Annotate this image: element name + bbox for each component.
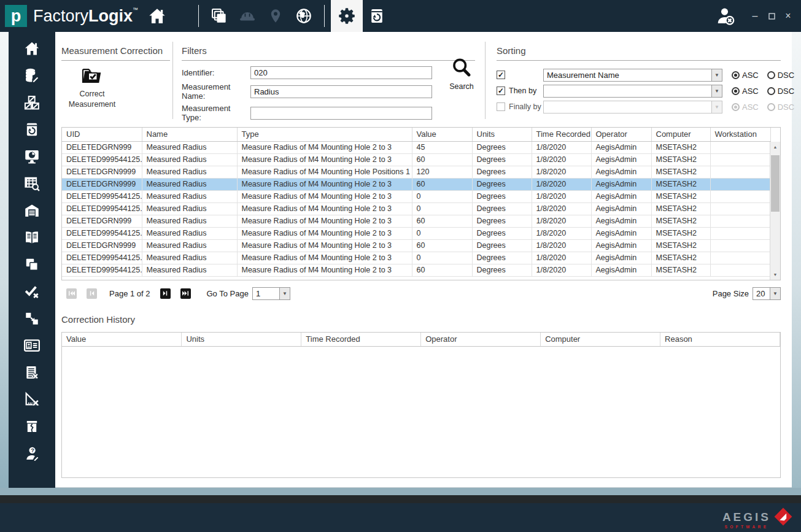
app-window: p FactoryLogix™ – <box>0 0 801 532</box>
table-cell <box>710 202 770 215</box>
first-page-button[interactable] <box>66 288 77 299</box>
table-row[interactable]: DELETEDGRN999Measured RadiusMeasure Radi… <box>62 215 770 227</box>
table-cell: AegisAdmin <box>591 190 651 202</box>
location-pin-icon[interactable] <box>261 0 290 32</box>
measurement-type-input[interactable] <box>250 107 432 120</box>
column-header[interactable]: Time Recorded <box>532 128 591 141</box>
column-header[interactable]: Workstation <box>710 128 770 141</box>
sort-field-dropdown[interactable]: Measurement Name▼ <box>543 69 722 82</box>
sidebar-user-question-icon[interactable]: ? <box>23 444 41 462</box>
column-header[interactable]: Value <box>62 333 182 346</box>
sidebar-verify-reject-icon[interactable] <box>23 282 41 300</box>
sidebar-transfer-icon[interactable] <box>23 309 41 327</box>
column-header[interactable]: Type <box>237 128 412 141</box>
sidebar-table-search-icon[interactable] <box>23 174 41 192</box>
search-button[interactable]: Search <box>444 56 479 91</box>
go-to-page-dropdown[interactable]: 1▼ <box>252 287 290 300</box>
sidebar-measurement-correction-icon[interactable] <box>23 390 41 408</box>
table-row[interactable]: DELETED999544125...Measured RadiusMeasur… <box>62 190 770 202</box>
page-size-label: Page Size <box>713 289 749 298</box>
sort-checkbox[interactable]: ✓ <box>497 71 505 79</box>
scrollbar-thumb[interactable] <box>771 155 780 212</box>
close-button[interactable]: × <box>781 7 795 25</box>
table-row[interactable]: DELETED999544125...Measured RadiusMeasur… <box>62 252 770 264</box>
home-icon[interactable] <box>143 0 171 32</box>
layers-icon[interactable] <box>205 0 233 32</box>
minimize-button[interactable]: – <box>748 7 762 25</box>
dsc-radio[interactable] <box>767 71 775 79</box>
column-header[interactable]: Units <box>472 128 532 141</box>
table-cell: DELETEDGRN9999 <box>62 166 142 178</box>
page-indicator: Page 1 of 2 <box>109 289 150 298</box>
sidebar-id-card-icon[interactable] <box>23 336 41 354</box>
column-header[interactable]: Computer <box>651 128 710 141</box>
table-row[interactable]: DELETEDGRN9999Measured RadiusMeasure Rad… <box>62 239 770 252</box>
table-row[interactable]: DELETED999544125...Measured RadiusMeasur… <box>62 227 770 239</box>
sidebar-damaged-package-icon[interactable] <box>23 417 41 435</box>
asc-radio[interactable] <box>732 71 740 79</box>
column-header[interactable]: Computer <box>541 333 660 346</box>
user-logout-icon[interactable] <box>711 0 740 32</box>
column-header[interactable]: UID <box>62 128 142 141</box>
body: ? Measurement Correction CorrectMeasurem… <box>0 32 801 488</box>
table-cell: MSETASH2 <box>651 190 710 202</box>
sidebar-boxes-icon[interactable] <box>23 93 41 111</box>
sidebar-dashboard-monitor-icon[interactable] <box>23 147 41 165</box>
table-cell: 1/8/2020 <box>532 202 591 215</box>
previous-page-button[interactable] <box>87 288 97 299</box>
hardhat-icon[interactable] <box>233 0 261 32</box>
sidebar-warehouse-icon[interactable] <box>23 201 41 219</box>
column-header[interactable]: Reason <box>660 333 780 346</box>
restore-data-icon[interactable] <box>363 0 391 32</box>
column-header[interactable]: Value <box>412 128 472 141</box>
chevron-down-icon[interactable]: ▼ <box>711 69 722 81</box>
table-scrollbar[interactable]: ▲ ▼ <box>770 142 780 280</box>
chevron-down-icon[interactable]: ▼ <box>711 85 722 97</box>
table-row[interactable]: DELETEDGRN999Measured RadiusMeasure Radi… <box>62 141 770 153</box>
scroll-down-icon[interactable]: ▼ <box>770 270 780 279</box>
measurement-name-input[interactable] <box>250 85 432 98</box>
column-header[interactable]: Name <box>142 128 237 141</box>
identifier-input[interactable] <box>250 66 432 79</box>
column-header[interactable]: Units <box>182 333 301 346</box>
last-page-button[interactable] <box>180 288 191 299</box>
sort-checkbox[interactable] <box>497 102 505 111</box>
table-cell <box>710 252 770 264</box>
table-row[interactable]: DELETEDGRN9999Measured RadiusMeasure Rad… <box>62 166 770 178</box>
measurement-name-label: Measurement Name: <box>182 82 250 101</box>
correct-measurement-button[interactable]: CorrectMeasurement <box>61 66 123 110</box>
asc-radio[interactable] <box>732 87 740 95</box>
table-cell: Degrees <box>472 227 532 239</box>
sort-field-dropdown[interactable]: ▼ <box>543 85 722 98</box>
table-row[interactable]: DELETED999544125...Measured RadiusMeasur… <box>62 202 770 215</box>
sort-label: Then by <box>509 87 543 95</box>
table-cell <box>710 178 770 190</box>
column-header[interactable]: Operator <box>591 128 651 141</box>
sort-checkbox[interactable]: ✓ <box>497 87 505 95</box>
maximize-button[interactable] <box>765 7 778 25</box>
scroll-up-icon[interactable]: ▲ <box>770 142 780 152</box>
column-header[interactable]: Operator <box>421 333 541 346</box>
chevron-down-icon[interactable]: ▼ <box>279 288 290 299</box>
settings-gear-icon[interactable] <box>331 0 363 32</box>
sidebar-copy-pages-icon[interactable] <box>23 255 41 273</box>
next-page-button[interactable] <box>160 288 171 299</box>
table-cell: AegisAdmin <box>591 215 651 227</box>
correction-history-title: Correction History <box>61 314 781 325</box>
dsc-radio[interactable] <box>767 87 775 95</box>
left-edge-strip <box>0 32 9 488</box>
chevron-down-icon[interactable]: ▼ <box>770 288 780 299</box>
sidebar-home-icon[interactable] <box>23 39 41 57</box>
table-cell: Measured Radius <box>142 202 237 215</box>
table-row[interactable]: DELETEDGRN9999Measured RadiusMeasure Rad… <box>62 178 770 190</box>
sidebar-book-icon[interactable] <box>23 228 41 246</box>
sidebar-database-edit-icon[interactable] <box>23 66 41 84</box>
sidebar-history-restore-icon[interactable] <box>23 120 41 138</box>
sidebar-list-delete-icon[interactable] <box>23 363 41 381</box>
page-size-dropdown[interactable]: 20▼ <box>753 287 781 300</box>
column-header[interactable]: Time Recorded <box>301 333 421 346</box>
globe-icon[interactable] <box>290 0 318 32</box>
search-label: Search <box>449 82 474 91</box>
table-row[interactable]: DELETED999544125...Measured RadiusMeasur… <box>62 264 770 276</box>
table-row[interactable]: DELETED999544125...Measured RadiusMeasur… <box>62 153 770 166</box>
